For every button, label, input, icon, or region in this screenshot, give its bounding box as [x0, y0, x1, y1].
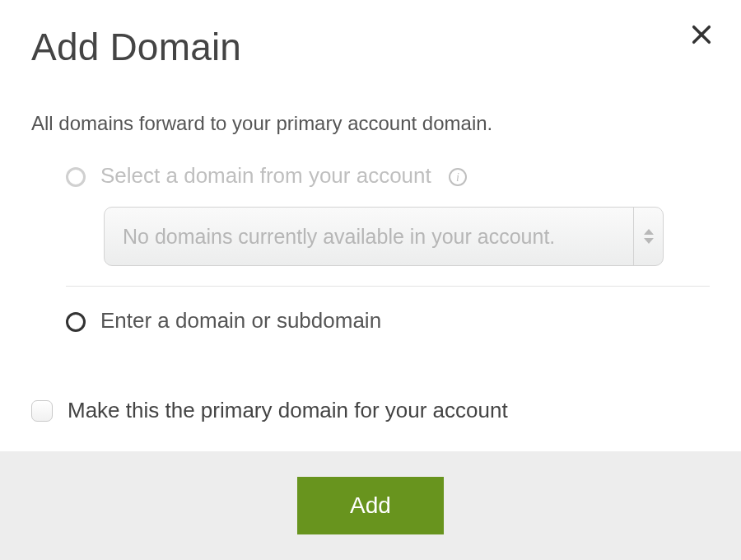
radio-select-from-account — [66, 167, 86, 187]
option-enter-domain-label: Enter a domain or subdomain — [100, 308, 381, 334]
select-handle-icon — [633, 208, 663, 265]
domain-select: No domains currently available in your a… — [104, 207, 664, 266]
add-button[interactable]: Add — [297, 477, 444, 534]
dialog-footer: Add — [0, 451, 741, 560]
domain-select-placeholder: No domains currently available in your a… — [123, 225, 555, 249]
option-select-from-account: Select a domain from your account i No d… — [31, 163, 710, 334]
close-icon[interactable] — [690, 23, 713, 46]
primary-domain-checkbox-label: Make this the primary domain for your ac… — [68, 398, 508, 423]
page-title: Add Domain — [31, 25, 710, 69]
option-select-from-account-label: Select a domain from your account — [100, 163, 431, 189]
domain-select-wrap: No domains currently available in your a… — [104, 207, 710, 266]
primary-domain-checkbox[interactable] — [31, 400, 53, 422]
svg-text:i: i — [456, 170, 459, 183]
dialog-body: Add Domain All domains forward to your p… — [0, 0, 741, 451]
add-domain-dialog: Add Domain All domains forward to your p… — [0, 0, 741, 560]
info-icon[interactable]: i — [448, 167, 468, 187]
radio-enter-domain[interactable] — [66, 312, 86, 332]
option-separator — [66, 286, 710, 287]
primary-domain-checkbox-row: Make this the primary domain for your ac… — [31, 398, 710, 423]
dialog-description: All domains forward to your primary acco… — [31, 112, 710, 135]
